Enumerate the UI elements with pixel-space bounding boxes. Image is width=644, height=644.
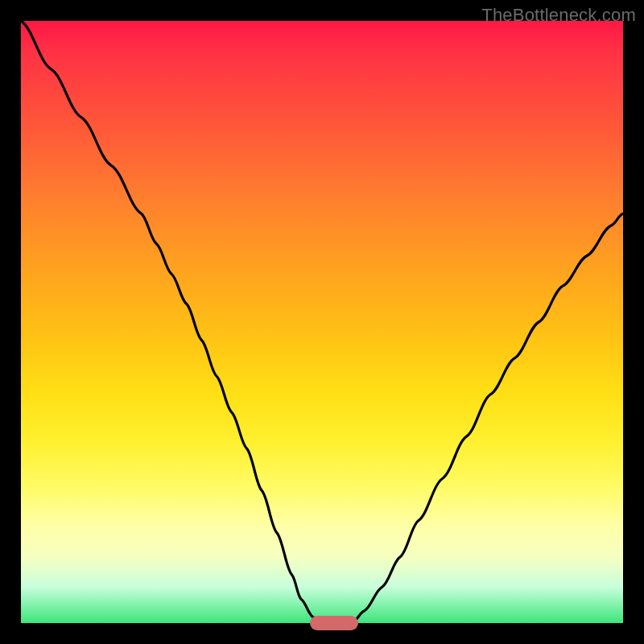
curve-layer: [21, 21, 623, 623]
watermark-text: TheBottleneck.com: [481, 5, 636, 26]
chart-frame: TheBottleneck.com: [0, 0, 644, 644]
bottleneck-curve-left: [21, 21, 322, 623]
plot-area: [21, 21, 623, 623]
bottleneck-curve-right: [352, 213, 623, 623]
optimal-marker: [310, 616, 358, 630]
